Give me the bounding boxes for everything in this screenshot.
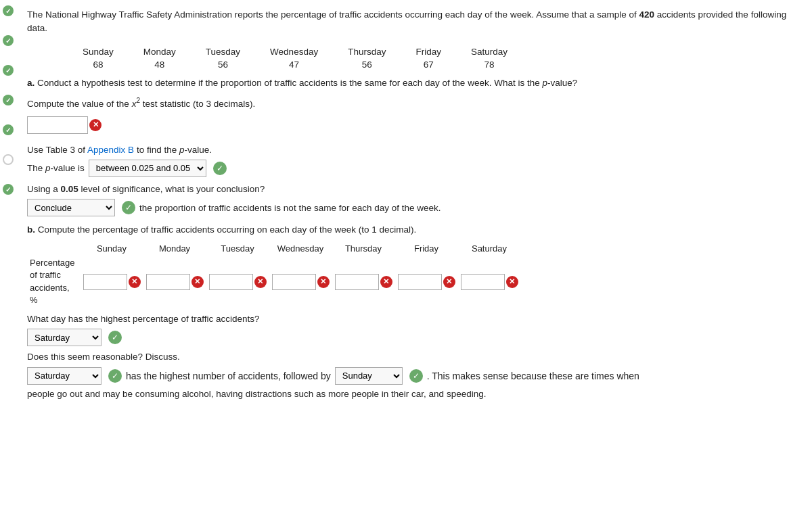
perc-clear-saturday[interactable]: ✕ <box>506 276 518 288</box>
part-a-label: a. Conduct a hypothesis test to determin… <box>27 76 800 90</box>
count-saturday: 78 <box>456 58 522 71</box>
highest-day-text: What day has the highest percentage of t… <box>27 312 800 326</box>
part-a-text: Conduct a hypothesis test to determine i… <box>37 78 540 88</box>
perc-clear-thursday[interactable]: ✕ <box>380 276 392 288</box>
perc-input-saturday[interactable] <box>461 274 505 290</box>
use-table-text: Use Table 3 of <box>27 145 85 155</box>
perc-header-sunday: Sunday <box>81 242 143 255</box>
main-page: ✓ ✓ ✓ ✓ ✓ ✓ The National Highway Traffic… <box>0 0 812 520</box>
perc-header-saturday: Saturday <box>458 242 521 255</box>
chi-square-input[interactable] <box>27 116 88 134</box>
count-sunday: 68 <box>68 58 129 71</box>
day-saturday: Saturday <box>456 45 522 58</box>
part-a-pvalue-end: -value? <box>547 78 577 88</box>
main-content: The National Highway Traffic Safety Admi… <box>27 8 800 401</box>
perc-header-wednesday: Wednesday <box>269 242 332 255</box>
percentage-table: Sunday Monday Tuesday Wednesday Thursday… <box>27 242 521 308</box>
perc-input-wednesday[interactable] <box>272 274 316 290</box>
part-b-text: Compute the percentage of traffic accide… <box>38 224 417 235</box>
perc-input-monday[interactable] <box>146 274 190 290</box>
perc-cell-saturday: ✕ <box>458 255 521 308</box>
discuss-check-icon: ✓ <box>108 369 122 383</box>
status-icon-4: ✓ <box>3 95 14 105</box>
conclude-dropdown[interactable]: Conclude Do not conclude <box>27 199 115 216</box>
perc-cell-tuesday: ✕ <box>206 255 269 308</box>
discuss-final-text: people go out and may be consuming alcoh… <box>27 387 800 401</box>
chi-square-input-row: ✕ <box>27 116 102 134</box>
status-icon-1: ✓ <box>3 5 14 16</box>
day-wednesday: Wednesday <box>255 45 333 58</box>
count-wednesday: 47 <box>255 58 333 71</box>
perc-clear-sunday[interactable]: ✕ <box>129 276 141 288</box>
sample-size: 420 <box>639 9 655 20</box>
perc-input-friday[interactable] <box>398 274 442 290</box>
row-label-1: Percentage <box>30 258 75 268</box>
perc-input-thursday[interactable] <box>335 274 379 290</box>
intro-text-1: The National Highway Traffic Safety Admi… <box>27 9 637 20</box>
significance-label: Using a 0.05 level of significance, what… <box>27 183 800 196</box>
conclude-check-icon: ✓ <box>122 201 135 214</box>
day-tuesday: Tuesday <box>191 45 255 58</box>
data-table: Sunday Monday Tuesday Wednesday Thursday… <box>68 45 522 71</box>
perc-input-sunday[interactable] <box>83 274 127 290</box>
sig-text2: level of significance, what is your conc… <box>81 184 265 194</box>
row-label-4: % <box>30 295 38 305</box>
compute-text: Compute the value of the <box>27 98 129 108</box>
discuss-followed-dropdown[interactable]: Sunday Monday Tuesday Wednesday Thursday… <box>335 367 403 385</box>
p-value-row: The p-value is less than 0.005 between 0… <box>27 160 800 177</box>
perc-header-tuesday: Tuesday <box>206 242 269 255</box>
status-icon-6 <box>3 154 14 165</box>
highest-day-dropdown[interactable]: Sunday Monday Tuesday Wednesday Thursday… <box>27 329 102 346</box>
p-value-dropdown[interactable]: less than 0.005 between 0.005 and 0.01 b… <box>89 160 206 177</box>
day-thursday: Thursday <box>333 45 401 58</box>
test-stat-text: test statistic (to 3 decimals). <box>143 98 256 108</box>
left-icon-column: ✓ ✓ ✓ ✓ ✓ ✓ <box>3 0 14 195</box>
part-a-bold: a. <box>27 78 35 88</box>
perc-clear-friday[interactable]: ✕ <box>443 276 455 288</box>
perc-header-monday: Monday <box>143 242 206 255</box>
status-icon-7: ✓ <box>3 184 14 195</box>
perc-col-label <box>27 242 81 255</box>
highest-day-row: Sunday Monday Tuesday Wednesday Thursday… <box>27 329 800 346</box>
count-tuesday: 56 <box>191 58 255 71</box>
discuss-end-text: . This makes sense because these are tim… <box>427 371 639 381</box>
perc-clear-tuesday[interactable]: ✕ <box>254 276 267 288</box>
find-p-text: to find the <box>137 145 177 155</box>
percentage-table-wrap: Sunday Monday Tuesday Wednesday Thursday… <box>27 242 800 308</box>
perc-clear-monday[interactable]: ✕ <box>191 276 204 288</box>
discuss-row: Sunday Monday Tuesday Wednesday Thursday… <box>27 367 800 385</box>
status-icon-2: ✓ <box>3 35 14 46</box>
status-icon-3: ✓ <box>3 65 14 76</box>
sig-val: 0.05 <box>61 184 78 194</box>
p-value-label: The p-value is <box>27 163 85 173</box>
day-sunday: Sunday <box>68 45 129 58</box>
part-b-bold: b. <box>27 224 35 235</box>
perc-cell-monday: ✕ <box>143 255 206 308</box>
perc-header-friday: Friday <box>395 242 458 255</box>
count-monday: 48 <box>129 58 191 71</box>
count-friday: 67 <box>401 58 456 71</box>
chi-square-clear-button[interactable]: ✕ <box>89 119 102 131</box>
conclusion-text: the proportion of traffic accidents is n… <box>139 203 441 213</box>
compute-label: Compute the value of the x2 test statist… <box>27 95 800 111</box>
perc-cell-thursday: ✕ <box>332 255 395 308</box>
conclude-row: Conclude Do not conclude ✓ the proportio… <box>27 199 800 216</box>
use-table-label: Use Table 3 of Appendix B to find the p-… <box>27 143 800 157</box>
perc-clear-wednesday[interactable]: ✕ <box>317 276 330 288</box>
day-friday: Friday <box>401 45 456 58</box>
perc-cell-friday: ✕ <box>395 255 458 308</box>
perc-row-label: Percentage of traffic accidents, % <box>30 257 75 306</box>
perc-input-tuesday[interactable] <box>209 274 253 290</box>
find-p-end: -value. <box>184 145 212 155</box>
p-value-check-icon: ✓ <box>213 162 227 175</box>
status-icon-5: ✓ <box>3 124 14 135</box>
part-b-label: b. Compute the percentage of traffic acc… <box>27 223 800 237</box>
appendix-b-link[interactable]: Appendix B <box>87 145 134 155</box>
perc-cell-wednesday: ✕ <box>269 255 332 308</box>
perc-header-thursday: Thursday <box>332 242 395 255</box>
sig-text1: Using a <box>27 184 58 194</box>
discuss-day-dropdown[interactable]: Sunday Monday Tuesday Wednesday Thursday… <box>27 367 102 385</box>
day-monday: Monday <box>129 45 191 58</box>
count-thursday: 56 <box>333 58 401 71</box>
perc-cell-sunday: ✕ <box>81 255 143 308</box>
